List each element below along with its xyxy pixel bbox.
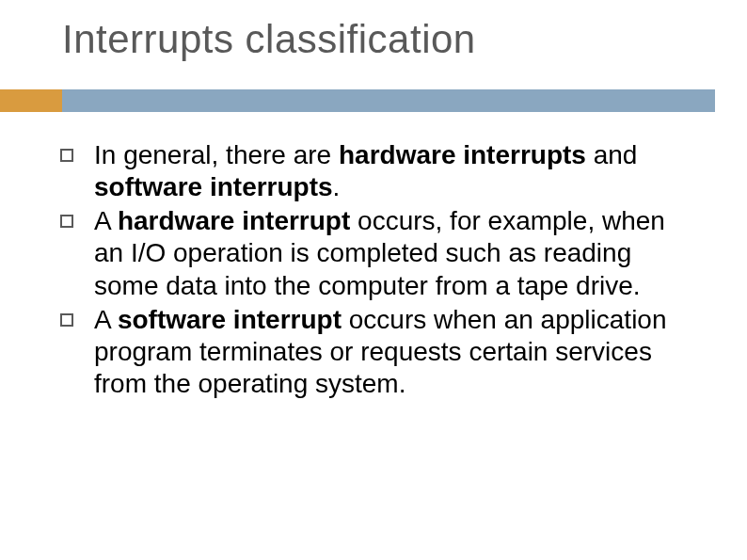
bullet-text: A software interrupt occurs when an appl… (94, 304, 700, 400)
bullet-square-icon (60, 149, 73, 162)
list-item: A hardware interrupt occurs, for example… (60, 205, 700, 301)
list-item: In general, there are hardware interrupt… (60, 139, 700, 203)
accent-bar (0, 89, 62, 112)
bullet-text: A hardware interrupt occurs, for example… (94, 205, 700, 301)
slide-title: Interrupts classification (62, 17, 476, 62)
bullet-square-icon (60, 215, 73, 228)
bullet-square-icon (60, 313, 73, 327)
list-item: A software interrupt occurs when an appl… (60, 304, 700, 400)
horizontal-rule (62, 89, 715, 112)
slide-content: In general, there are hardware interrupt… (60, 139, 700, 402)
bullet-text: In general, there are hardware interrupt… (94, 139, 700, 203)
